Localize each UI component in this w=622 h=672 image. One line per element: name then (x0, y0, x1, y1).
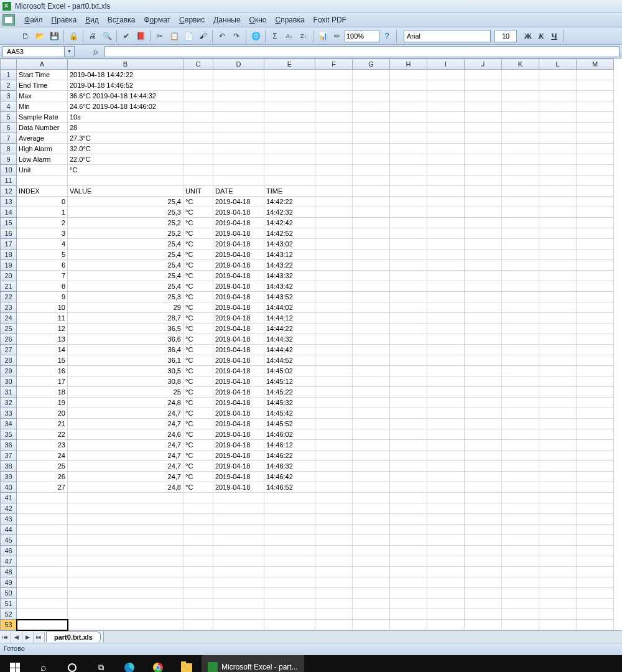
cell-J1[interactable] (465, 70, 502, 80)
cell-G28[interactable] (353, 355, 390, 366)
cell-F5[interactable] (315, 112, 353, 123)
row-header-52[interactable]: 52 (1, 609, 17, 620)
cell-H5[interactable] (390, 112, 427, 123)
select-all-cell[interactable] (1, 59, 17, 70)
cell-E39[interactable]: 14:46:42 (264, 472, 315, 482)
cell-B47[interactable] (68, 556, 183, 567)
cell-I11[interactable] (427, 175, 465, 186)
cell-F51[interactable] (315, 599, 353, 609)
cell-I39[interactable] (427, 472, 465, 482)
cell-E45[interactable] (264, 535, 315, 546)
cell-A46[interactable] (17, 546, 68, 556)
cell-B34[interactable]: 24,7 (68, 419, 183, 429)
cell-K52[interactable] (502, 609, 539, 620)
cell-K36[interactable] (502, 440, 539, 450)
row-header-17[interactable]: 17 (1, 239, 17, 250)
cell-L45[interactable] (539, 535, 577, 546)
cell-L38[interactable] (539, 461, 577, 472)
cell-I34[interactable] (427, 419, 465, 429)
name-box-dropdown[interactable]: ▼ (65, 46, 75, 57)
cell-A26[interactable]: 13 (17, 334, 68, 345)
cell-C45[interactable] (183, 535, 213, 546)
sheet-nav-last-icon[interactable]: ⏭ (34, 632, 45, 643)
cell-M48[interactable] (577, 567, 614, 577)
cell-F28[interactable] (315, 355, 353, 366)
cell-E30[interactable]: 14:45:12 (264, 376, 315, 387)
cell-A19[interactable]: 6 (17, 260, 68, 271)
cell-J12[interactable] (465, 186, 502, 197)
cell-L17[interactable] (539, 239, 577, 250)
cell-J30[interactable] (465, 376, 502, 387)
cell-D23[interactable]: 2019-04-18 (213, 302, 264, 313)
row-header-13[interactable]: 13 (1, 197, 17, 207)
cell-J11[interactable] (465, 175, 502, 186)
col-header-E[interactable]: E (264, 59, 315, 70)
row-header-37[interactable]: 37 (1, 450, 17, 461)
cell-A52[interactable] (17, 609, 68, 620)
col-header-D[interactable]: D (213, 59, 264, 70)
cell-F47[interactable] (315, 556, 353, 567)
cell-D26[interactable]: 2019-04-18 (213, 334, 264, 345)
cell-M50[interactable] (577, 588, 614, 599)
cell-M47[interactable] (577, 556, 614, 567)
cell-D40[interactable]: 2019-04-18 (213, 482, 264, 493)
row-header-28[interactable]: 28 (1, 355, 17, 366)
cell-E9[interactable] (264, 154, 315, 165)
cell-F10[interactable] (315, 165, 353, 175)
row-header-53[interactable]: 53 (1, 620, 17, 630)
row-header-38[interactable]: 38 (1, 461, 17, 472)
cell-D49[interactable] (213, 577, 264, 588)
cell-C52[interactable] (183, 609, 213, 620)
cell-F32[interactable] (315, 398, 353, 408)
cell-B36[interactable]: 24,7 (68, 440, 183, 450)
cell-F30[interactable] (315, 376, 353, 387)
cell-K19[interactable] (502, 260, 539, 271)
cell-H30[interactable] (390, 376, 427, 387)
cell-M21[interactable] (577, 281, 614, 292)
cell-C35[interactable]: °C (183, 429, 213, 440)
cell-M15[interactable] (577, 218, 614, 228)
col-header-F[interactable]: F (315, 59, 353, 70)
cell-D17[interactable]: 2019-04-18 (213, 239, 264, 250)
save-icon[interactable]: 💾 (47, 29, 61, 43)
cell-J22[interactable] (465, 292, 502, 302)
cell-G13[interactable] (353, 197, 390, 207)
cell-K33[interactable] (502, 408, 539, 419)
cell-G14[interactable] (353, 207, 390, 218)
cell-D21[interactable]: 2019-04-18 (213, 281, 264, 292)
cell-L35[interactable] (539, 429, 577, 440)
cell-C5[interactable] (183, 112, 213, 123)
cell-I41[interactable] (427, 493, 465, 503)
cell-B22[interactable]: 25,3 (68, 292, 183, 302)
cell-F40[interactable] (315, 482, 353, 493)
cell-L29[interactable] (539, 366, 577, 376)
cell-D43[interactable] (213, 514, 264, 525)
cell-L8[interactable] (539, 144, 577, 154)
cell-E34[interactable]: 14:45:52 (264, 419, 315, 429)
cell-M27[interactable] (577, 345, 614, 355)
cell-J21[interactable] (465, 281, 502, 292)
drawing-icon[interactable]: ✏ (330, 29, 344, 43)
menu-данные[interactable]: Данные (209, 14, 244, 26)
cell-I4[interactable] (427, 101, 465, 112)
row-header-46[interactable]: 46 (1, 546, 17, 556)
cell-B38[interactable]: 24,7 (68, 461, 183, 472)
cell-J15[interactable] (465, 218, 502, 228)
cell-I42[interactable] (427, 503, 465, 514)
cell-C32[interactable]: °C (183, 398, 213, 408)
cell-G37[interactable] (353, 450, 390, 461)
cell-I32[interactable] (427, 398, 465, 408)
cell-E23[interactable]: 14:44:02 (264, 302, 315, 313)
row-header-43[interactable]: 43 (1, 514, 17, 525)
cell-M46[interactable] (577, 546, 614, 556)
cell-G48[interactable] (353, 567, 390, 577)
cell-J8[interactable] (465, 144, 502, 154)
cell-A23[interactable]: 10 (17, 302, 68, 313)
row-header-34[interactable]: 34 (1, 419, 17, 429)
row-header-18[interactable]: 18 (1, 250, 17, 260)
cell-M36[interactable] (577, 440, 614, 450)
cell-M53[interactable] (577, 620, 614, 630)
cell-D48[interactable] (213, 567, 264, 577)
cell-D6[interactable] (213, 123, 264, 133)
cell-D52[interactable] (213, 609, 264, 620)
